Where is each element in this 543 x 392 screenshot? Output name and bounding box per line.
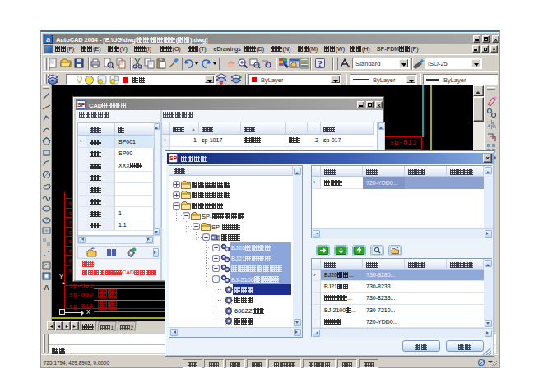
- svg-text:?: ?: [318, 58, 323, 68]
- svg-text:A: A: [44, 284, 49, 292]
